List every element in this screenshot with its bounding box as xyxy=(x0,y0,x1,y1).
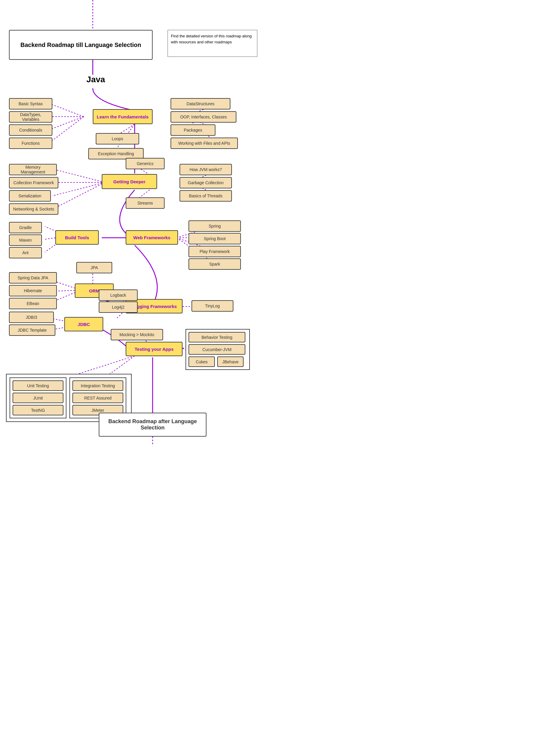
exception-handling-label: Exception Handling xyxy=(98,151,134,156)
cukes-label: Cukes xyxy=(196,359,208,364)
maven-label: Maven xyxy=(19,238,32,243)
packages-node[interactable]: Packages xyxy=(171,124,215,136)
behavior-testing-node[interactable]: Behavior Testing xyxy=(188,332,245,342)
cukes-node[interactable]: Cukes xyxy=(188,356,215,367)
after-language-label: Backend Roadmap after Language Selection xyxy=(102,418,203,431)
serialization-label: Serialization xyxy=(19,194,41,198)
collection-framework-node[interactable]: Collection Framework xyxy=(9,177,58,188)
behavior-testing-group: Behavior Testing Cucumber-JVM Cukes JBeh… xyxy=(186,329,250,370)
spring-data-jpa-node[interactable]: Spring Data JPA xyxy=(9,272,57,283)
web-frameworks-label: Web Frameworks xyxy=(134,235,171,240)
conditionals-node[interactable]: Conditionals xyxy=(9,124,52,136)
streams-node[interactable]: Streams xyxy=(126,197,165,209)
logback-node[interactable]: Logback xyxy=(99,290,137,301)
spring-boot-node[interactable]: Spring Boot xyxy=(188,233,241,244)
rest-assured-label: REST Assured xyxy=(84,396,112,401)
working-files-node[interactable]: Working with Files and APIs xyxy=(171,138,238,149)
unit-testing-header[interactable]: Unit Testing xyxy=(13,380,63,391)
learn-fundamentals-label: Learn the Fundamentals xyxy=(97,114,148,119)
gradle-node[interactable]: Gradle xyxy=(9,222,42,233)
spark-node[interactable]: Spark xyxy=(188,259,241,270)
garbage-collection-node[interactable]: Garbage Collection xyxy=(180,177,232,188)
junit-node[interactable]: JUnit xyxy=(13,393,63,403)
networking-node[interactable]: Networking & Sockets xyxy=(9,203,58,215)
cucumber-jvm-label: Cucumber-JVM xyxy=(202,347,231,352)
jdbc-template-label: JDBC Template xyxy=(18,328,47,333)
jpa-label: JPA xyxy=(91,265,98,270)
roadmap-container: Backend Roadmap till Language Selection … xyxy=(0,0,269,756)
main-title-box: Backend Roadmap till Language Selection xyxy=(9,30,153,60)
generics-node[interactable]: Generics xyxy=(126,158,165,169)
play-framework-label: Play Framework xyxy=(199,249,230,254)
java-title-text: Java xyxy=(86,75,105,84)
spring-node[interactable]: Spring xyxy=(188,220,241,232)
loops-node[interactable]: Loops xyxy=(96,133,139,144)
svg-line-14 xyxy=(52,182,105,209)
build-tools-node[interactable]: Build Tools xyxy=(55,230,99,245)
logging-frameworks-label: Logging Frameworks xyxy=(132,304,177,309)
svg-line-13 xyxy=(52,182,105,196)
working-files-label: Working with Files and APIs xyxy=(178,141,230,146)
streams-label: Streams xyxy=(137,201,153,206)
junit-label: JUnit xyxy=(33,396,43,401)
jmeter-label: JMeter xyxy=(91,408,104,413)
datastructures-node[interactable]: DataStructures xyxy=(171,98,230,110)
jdbi3-node[interactable]: JDBI3 xyxy=(9,311,54,323)
oop-label: OOP, Interfaces, Classes xyxy=(180,115,227,119)
functions-node[interactable]: Functions xyxy=(9,138,52,149)
spark-label: Spark xyxy=(209,262,220,266)
java-label: Java xyxy=(78,75,114,84)
integration-testing-header[interactable]: Integration Testing xyxy=(73,380,123,391)
testing-apps-node[interactable]: Testing your Apps xyxy=(126,342,183,356)
hibernate-label: Hibernate xyxy=(24,288,42,293)
ebean-node[interactable]: EBean xyxy=(9,298,57,309)
conditionals-label: Conditionals xyxy=(19,128,42,132)
rest-assured-node[interactable]: REST Assured xyxy=(73,393,123,403)
basic-syntax-node[interactable]: Basic Syntax xyxy=(9,98,52,110)
svg-line-1 xyxy=(52,105,84,117)
jdbc-node[interactable]: JDBC xyxy=(64,317,103,331)
log4j2-label: Log4j2 xyxy=(112,305,125,309)
datatypes-node[interactable]: DataTypes, Variables xyxy=(9,111,52,122)
note-text: Find the detailed version of this roadma… xyxy=(171,34,252,44)
spring-boot-label: Spring Boot xyxy=(204,236,226,241)
main-title-text: Backend Roadmap till Language Selection xyxy=(20,42,141,48)
jbehave-label: JBehave xyxy=(222,359,239,364)
garbage-collection-label: Garbage Collection xyxy=(188,180,224,185)
datatypes-label: DataTypes, Variables xyxy=(13,112,49,122)
ant-node[interactable]: Ant xyxy=(9,247,42,259)
memory-management-node[interactable]: Memory Management xyxy=(9,164,57,175)
testing-apps-label: Testing your Apps xyxy=(134,347,174,352)
basics-threads-node[interactable]: Basics of Threads xyxy=(180,190,232,202)
jdbc-label: JDBC xyxy=(78,322,90,327)
jbehave-node[interactable]: JBehave xyxy=(217,356,243,367)
build-tools-label: Build Tools xyxy=(65,235,89,240)
how-jvm-node[interactable]: How JVM works? xyxy=(180,164,232,175)
orm-label: ORM xyxy=(89,288,100,293)
testng-label: TestNG xyxy=(31,408,45,413)
play-framework-node[interactable]: Play Framework xyxy=(188,246,241,257)
basic-syntax-label: Basic Syntax xyxy=(19,101,43,106)
hibernate-node[interactable]: Hibernate xyxy=(9,285,57,296)
networking-label: Networking & Sockets xyxy=(13,207,54,212)
learn-fundamentals-node[interactable]: Learn the Fundamentals xyxy=(93,109,153,124)
cucumber-jvm-node[interactable]: Cucumber-JVM xyxy=(188,344,245,355)
testng-node[interactable]: TestNG xyxy=(13,405,63,415)
serialization-node[interactable]: Serialization xyxy=(9,190,51,202)
memory-management-label: Memory Management xyxy=(13,165,53,174)
jdbc-template-node[interactable]: JDBC Template xyxy=(9,324,55,336)
log4j2-node[interactable]: Log4j2 xyxy=(99,302,137,313)
collection-framework-label: Collection Framework xyxy=(14,180,54,185)
tinylog-label: TinyLog xyxy=(205,304,220,308)
maven-node[interactable]: Maven xyxy=(9,234,42,246)
oop-node[interactable]: OOP, Interfaces, Classes xyxy=(171,111,237,122)
getting-deeper-label: Getting Deeper xyxy=(113,179,146,184)
jpa-node[interactable]: JPA xyxy=(76,262,112,273)
jdbi3-label: JDBI3 xyxy=(26,315,37,320)
mocking-mockito-node[interactable]: Mocking > Mockito xyxy=(111,329,163,340)
getting-deeper-node[interactable]: Getting Deeper xyxy=(102,174,157,189)
svg-line-3 xyxy=(52,117,84,128)
integration-testing-label: Integration Testing xyxy=(81,383,115,388)
tinylog-node[interactable]: TinyLog xyxy=(191,300,234,311)
web-frameworks-node[interactable]: Web Frameworks xyxy=(126,230,178,245)
